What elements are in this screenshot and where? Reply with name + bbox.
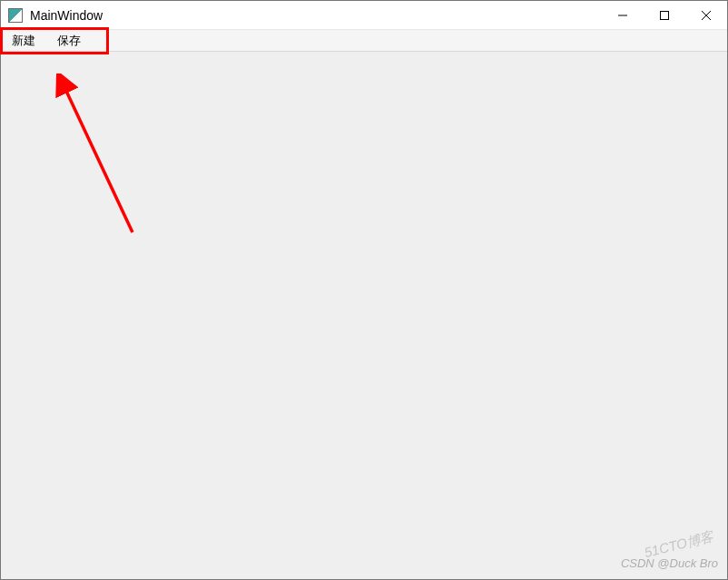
content-area (1, 52, 727, 579)
svg-rect-1 (661, 11, 669, 19)
close-icon (702, 11, 711, 20)
minimize-icon (618, 11, 627, 20)
menubar: 新建 保存 (1, 30, 727, 52)
window-title: MainWindow (30, 8, 602, 23)
window-controls (602, 1, 727, 29)
close-button[interactable] (685, 1, 727, 29)
titlebar[interactable]: MainWindow (1, 1, 727, 30)
application-window: MainWindow 新建 保存 51CTO博客 C (0, 0, 728, 580)
minimize-button[interactable] (602, 1, 644, 29)
maximize-icon (660, 11, 669, 20)
app-icon (8, 8, 23, 23)
annotation-arrow-icon (37, 74, 164, 255)
menu-item-save[interactable]: 保存 (46, 30, 92, 51)
svg-line-5 (64, 87, 133, 232)
menu-item-new[interactable]: 新建 (1, 30, 46, 51)
maximize-button[interactable] (644, 1, 685, 29)
